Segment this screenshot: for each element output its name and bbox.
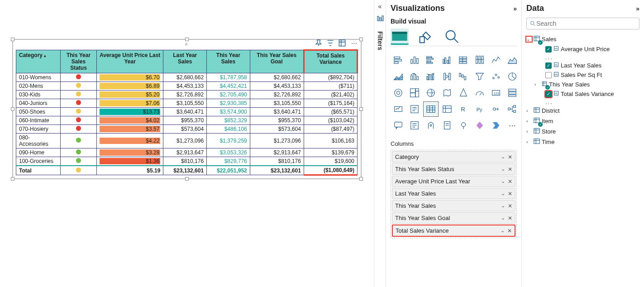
format-visual-tab[interactable] xyxy=(417,29,435,45)
decomposition-tree-icon[interactable] xyxy=(505,101,520,117)
remove-field-icon[interactable]: ✕ xyxy=(508,178,512,185)
checkbox-icon[interactable] xyxy=(545,72,552,78)
chevron-right-icon[interactable]: › xyxy=(534,82,540,87)
field-ellipsis[interactable]: ... xyxy=(526,99,639,105)
clustered-bar-chart-icon[interactable] xyxy=(423,53,439,68)
checkbox-icon[interactable]: ✓ xyxy=(545,46,552,53)
hundred-stacked-column-icon[interactable] xyxy=(472,53,487,68)
chevron-right-icon[interactable]: › xyxy=(526,139,532,144)
table-row[interactable]: 030-Kids$5.20$2,726,892$2,705,490$2,726,… xyxy=(16,91,358,99)
line-chart-icon[interactable] xyxy=(488,53,504,68)
column-field-chip[interactable]: Average Unit Price Last Year⌄✕ xyxy=(392,176,515,187)
stacked-area-chart-icon[interactable] xyxy=(391,69,406,84)
resize-handle[interactable] xyxy=(11,177,14,181)
col-header-avgprice[interactable]: Average Unit Price Last Year xyxy=(97,50,163,73)
report-canvas[interactable]: ≡ ⋯ Category This Year Sales Status Aver… xyxy=(0,0,374,287)
remove-field-icon[interactable]: ✕ xyxy=(508,154,512,160)
table-visual-frame[interactable]: ≡ ⋯ Category This Year Sales Status Aver… xyxy=(12,39,362,179)
resize-handle[interactable] xyxy=(185,38,189,41)
resize-handle[interactable] xyxy=(11,107,14,111)
col-header-goal[interactable]: This Year Sales Goal xyxy=(250,50,304,73)
field-total-sales-variance[interactable]: ✓ Total Sales Variance xyxy=(526,89,639,99)
table-district[interactable]: › District xyxy=(526,105,639,116)
focus-mode-icon[interactable] xyxy=(338,39,346,47)
col-header-variance[interactable]: Total Sales Variance xyxy=(304,50,357,73)
hundred-stacked-bar-icon[interactable] xyxy=(456,53,471,68)
remove-field-icon[interactable]: ✕ xyxy=(508,203,512,209)
chevron-down-icon[interactable]: ⌄ xyxy=(501,191,505,196)
remove-field-icon[interactable]: ✕ xyxy=(508,215,512,221)
ribbon-chart-icon[interactable] xyxy=(439,69,455,84)
columns-field-well[interactable]: Category⌄✕This Year Sales Status⌄✕Averag… xyxy=(391,150,517,238)
column-field-chip[interactable]: Category⌄✕ xyxy=(392,151,515,163)
stacked-bar-chart-icon[interactable] xyxy=(391,53,406,68)
chevron-down-icon[interactable]: ⌄ xyxy=(501,228,505,234)
line-clustered-column-icon[interactable] xyxy=(423,69,439,84)
scatter-chart-icon[interactable] xyxy=(488,69,504,84)
resize-handle[interactable] xyxy=(359,177,363,181)
search-fields-input[interactable] xyxy=(526,18,639,29)
chevron-down-icon[interactable]: ⌄ xyxy=(501,203,505,209)
chevron-right-icon[interactable]: › xyxy=(526,108,532,113)
table-row[interactable]: 010-Womens$6.70$2,680,662$1,787,958$2,68… xyxy=(16,73,358,82)
column-field-chip[interactable]: This Year Sales Status⌄✕ xyxy=(392,163,515,175)
table-row[interactable]: 090-Home$3.28$2,913,647$3,053,326$2,913,… xyxy=(16,148,358,157)
table-row[interactable]: 070-Hosiery$3.57$573,604$486,106$573,604… xyxy=(16,125,358,134)
pie-chart-icon[interactable] xyxy=(505,69,520,84)
col-header-status[interactable]: This Year Sales Status xyxy=(61,50,97,73)
key-influencers-icon[interactable] xyxy=(488,101,504,117)
resize-handle[interactable] xyxy=(359,38,363,41)
goals-icon[interactable] xyxy=(423,118,439,133)
chevron-down-icon[interactable]: ⌄ xyxy=(526,37,532,42)
table-row[interactable]: 060-Intimate$4.02$955,370$852,329$955,37… xyxy=(16,116,358,125)
build-visual-tab[interactable] xyxy=(391,29,409,45)
table-row[interactable]: 040-Juniors$7.06$3,105,550$2,930,385$3,1… xyxy=(16,99,358,108)
column-field-chip[interactable]: This Year Sales⌄✕ xyxy=(392,200,515,211)
funnel-chart-icon[interactable] xyxy=(472,69,487,84)
clustered-column-chart-icon[interactable] xyxy=(439,53,455,68)
smart-narrative-icon[interactable] xyxy=(407,118,422,133)
waterfall-chart-icon[interactable] xyxy=(456,69,471,84)
field-sales-per-sqft[interactable]: Sales Per Sq Ft xyxy=(526,70,639,80)
collapse-panes-icon[interactable]: « xyxy=(378,3,382,10)
filters-pane-icon[interactable] xyxy=(377,15,384,24)
visual-drag-grip[interactable]: ≡ xyxy=(182,42,191,47)
chevron-down-icon[interactable]: ⌄ xyxy=(501,215,505,221)
table-row[interactable]: 020-Mens$6.89$4,453,133$4,452,421$4,453,… xyxy=(16,82,358,91)
table-row[interactable]: 080-Accessories$4.22$1,273,096$1,379,259… xyxy=(16,134,358,148)
arcgis-icon[interactable] xyxy=(456,118,471,133)
remove-field-icon[interactable]: ✕ xyxy=(508,166,512,172)
slicer-icon[interactable] xyxy=(407,101,422,117)
power-apps-icon[interactable] xyxy=(472,118,487,133)
table-time[interactable]: › Time xyxy=(526,137,639,147)
resize-handle[interactable] xyxy=(359,107,363,111)
collapse-visualizations-icon[interactable]: » xyxy=(513,5,517,12)
donut-chart-icon[interactable] xyxy=(391,85,406,100)
treemap-icon[interactable] xyxy=(407,85,422,100)
more-visuals-icon[interactable]: ⋯ xyxy=(505,118,520,133)
field-ellipsis[interactable]: ... xyxy=(526,54,639,61)
checkbox-icon[interactable]: ✓ xyxy=(545,62,552,69)
matrix-icon[interactable] xyxy=(439,101,455,117)
col-header-thisyear[interactable]: This Year Sales xyxy=(207,50,250,73)
table-row[interactable]: 100-Groceries$1.36$810,176$829,776$810,1… xyxy=(16,157,358,166)
table-item[interactable]: › Item xyxy=(526,116,639,126)
collapse-data-icon[interactable]: » xyxy=(636,5,639,12)
column-field-chip[interactable]: Total Sales Variance⌄✕ xyxy=(392,225,515,237)
r-visual-icon[interactable]: R xyxy=(456,101,471,117)
chevron-down-icon[interactable]: ⌄ xyxy=(501,178,505,184)
line-stacked-column-icon[interactable] xyxy=(407,69,422,84)
analytics-tab[interactable] xyxy=(443,29,461,45)
field-last-year-sales[interactable]: ✓ Last Year Sales xyxy=(526,61,639,70)
filters-pane-label[interactable]: Filters xyxy=(377,31,384,50)
card-icon[interactable]: 123 xyxy=(488,85,504,100)
chevron-right-icon[interactable]: › xyxy=(526,119,532,124)
qa-visual-icon[interactable] xyxy=(391,118,406,133)
table-icon[interactable] xyxy=(423,101,439,117)
stacked-column-chart-icon[interactable] xyxy=(407,53,422,68)
pin-icon[interactable] xyxy=(315,39,323,47)
table-sales[interactable]: ⌄ Sales xyxy=(526,34,639,44)
filled-map-icon[interactable] xyxy=(439,85,455,100)
filter-icon[interactable] xyxy=(326,39,334,47)
field-average-unit-price[interactable]: ✓ Average Unit Price xyxy=(526,44,639,54)
